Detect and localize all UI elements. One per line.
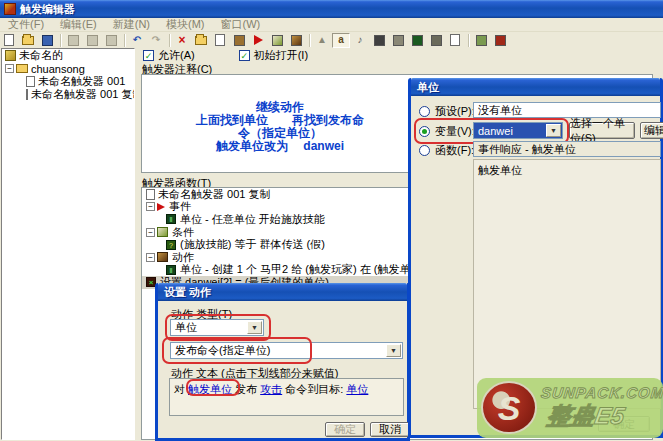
action-icon [291, 35, 302, 46]
function-value: 事件响应 - 触发单位 [478, 142, 576, 157]
collapse-icon[interactable]: − [146, 228, 155, 237]
menu-new[interactable]: 新建(N) [105, 17, 158, 32]
comment-line: 触发单位改为 danwei [150, 140, 410, 153]
action-type-combobox[interactable]: 单位 ▼ [170, 319, 264, 336]
paste-icon [106, 35, 117, 46]
new-action-button[interactable] [287, 33, 305, 48]
new-category-button[interactable] [192, 33, 210, 48]
edit-variable-button[interactable]: 编辑变量 [640, 122, 663, 139]
import-manager-button[interactable] [446, 33, 464, 48]
action-dialog-titlebar[interactable]: 设置 动作 [158, 283, 407, 301]
toolbar-separator [465, 33, 472, 48]
tree-root-label: 未命名的 [19, 48, 63, 63]
variable-value: danwei [478, 125, 513, 137]
condition-icon [157, 227, 168, 237]
watermark-site-text: SUNPACK.COM [540, 384, 663, 401]
initially-on-checkbox[interactable]: ✓ [239, 50, 250, 61]
trigger-editor-button[interactable]: a [332, 33, 350, 48]
undo-button[interactable]: ↶ [128, 33, 146, 48]
test-map-icon [476, 35, 487, 46]
new-condition-button[interactable] [268, 33, 286, 48]
trigger-editor-window: 触发编辑器 文件(F) 编辑(E) 新建(N) 模块(M) 窗口(W) ↶ ↷ … [0, 0, 663, 441]
folder-icon [16, 64, 28, 73]
window-titlebar[interactable]: 触发编辑器 [0, 0, 663, 18]
delete-button[interactable]: × [173, 33, 191, 48]
campaign-icon [393, 35, 404, 46]
function-field[interactable]: 事件响应 - 触发单位 [473, 141, 661, 157]
new-map-button[interactable] [0, 33, 18, 48]
collapse-icon[interactable]: − [146, 202, 155, 211]
object-manager-button[interactable] [427, 33, 445, 48]
unit-dialog-title: 单位 [417, 80, 439, 95]
new-event-button[interactable] [249, 33, 267, 48]
menu-file[interactable]: 文件(F) [0, 17, 52, 32]
event-flag-icon [254, 35, 263, 45]
open-button[interactable] [19, 33, 37, 48]
preset-value: 没有单位 [478, 103, 522, 118]
action-icon [157, 252, 168, 262]
object-editor-button[interactable] [370, 33, 388, 48]
window-title: 触发编辑器 [20, 2, 75, 17]
ok-button[interactable]: 确定 [325, 422, 365, 437]
chevron-down-icon[interactable]: ▼ [247, 321, 262, 334]
chevron-down-icon[interactable]: ▼ [386, 344, 401, 357]
sound-editor-button[interactable]: ♪ [351, 33, 369, 48]
category-label: chuansong [31, 63, 85, 75]
toolbar-separator [306, 33, 313, 48]
trigger-page-icon [146, 189, 155, 200]
paste-button[interactable] [102, 33, 120, 48]
import-manager-icon [450, 34, 460, 46]
menu-window[interactable]: 窗口(W) [213, 17, 269, 32]
test-map-button[interactable] [472, 33, 490, 48]
preset-radio[interactable] [419, 106, 430, 117]
terrain-editor-button[interactable]: ▲ [313, 33, 331, 48]
save-button[interactable] [38, 33, 56, 48]
open-folder-icon [22, 36, 34, 45]
action-type-value: 单位 [175, 320, 197, 335]
variable-label: 变量(V): [435, 124, 475, 139]
menu-edit[interactable]: 编辑(E) [52, 17, 105, 32]
trigger-page-icon [26, 76, 35, 87]
toolbar-separator [121, 33, 128, 48]
action-subtype-combobox[interactable]: 发布命令(指定单位) ▼ [170, 342, 403, 359]
triggering-unit-link[interactable]: 触发单位 [188, 383, 232, 395]
action-text-prefix: 对 [174, 383, 188, 395]
speaker-icon: ♪ [358, 35, 363, 45]
action-text-box: 对 触发单位 发布 攻击 命令到目标: 单位 [169, 378, 404, 416]
select-unit-button[interactable]: 选择一个单位(S) [569, 122, 635, 139]
variable-radio[interactable] [419, 126, 430, 137]
cancel-button[interactable]: 取消 [370, 422, 410, 437]
new-trigger-button[interactable] [211, 33, 229, 48]
comment-icon [234, 35, 245, 46]
boolean-condition-icon: ? [166, 240, 176, 250]
unit-action-icon: Ⅱ [166, 265, 176, 275]
ai-editor-button[interactable] [408, 33, 426, 48]
category-folder-icon [195, 36, 207, 45]
campaign-editor-button[interactable] [389, 33, 407, 48]
target-unit-link[interactable]: 单位 [346, 383, 368, 395]
redo-button[interactable]: ↷ [147, 33, 165, 48]
object-manager-icon [431, 35, 442, 46]
unit-dialog-titlebar[interactable]: 单位 [411, 78, 660, 96]
watermark-logo-icon: S [481, 381, 537, 434]
menu-module[interactable]: 模块(M) [158, 17, 213, 32]
copy-button[interactable] [83, 33, 101, 48]
function-label: 函数(F): [435, 143, 474, 158]
trigger-a-icon: a [338, 35, 344, 45]
configure-action-dialog: 设置 动作 动作 类型(T) 单位 ▼ 发布命令(指定单位) ▼ 动作 文本 (… [155, 283, 410, 441]
function-radio[interactable] [419, 145, 430, 156]
enabled-checkbox[interactable]: ✓ [143, 50, 154, 61]
collapse-icon[interactable]: − [146, 253, 155, 262]
tree-root-map[interactable]: 未命名的 [2, 49, 134, 62]
close-editor-button[interactable] [491, 33, 509, 48]
variable-row: 变量(V): [419, 124, 475, 139]
variable-combobox[interactable]: danwei ▼ [473, 122, 563, 139]
collapse-icon[interactable]: − [5, 64, 14, 73]
attack-order-link[interactable]: 攻击 [260, 383, 282, 395]
chevron-down-icon[interactable]: ▼ [546, 124, 561, 137]
new-comment-button[interactable] [230, 33, 248, 48]
tree-trigger-row[interactable]: 未命名触发器 001 复制 [2, 88, 134, 101]
red-x-icon: × [178, 35, 185, 45]
toolbar-separator [57, 33, 64, 48]
cut-button[interactable] [64, 33, 82, 48]
